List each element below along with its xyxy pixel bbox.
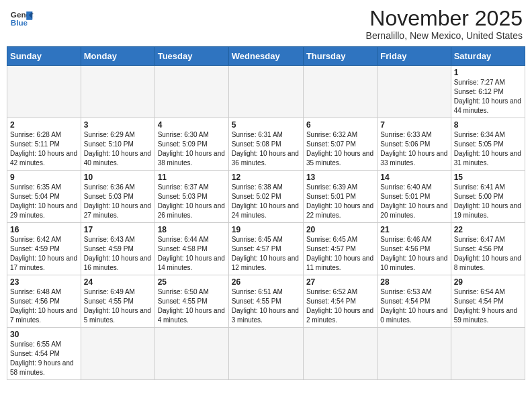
calendar-cell: 19Sunrise: 6:45 AM Sunset: 4:57 PM Dayli… xyxy=(228,223,303,275)
day-info: Sunrise: 6:44 AM Sunset: 4:58 PM Dayligh… xyxy=(158,235,226,273)
col-header-wednesday: Wednesday xyxy=(228,47,303,66)
calendar-week-1: 2Sunrise: 6:28 AM Sunset: 5:11 PM Daylig… xyxy=(7,118,525,171)
day-number: 17 xyxy=(84,225,152,234)
calendar-cell xyxy=(378,328,451,380)
day-info: Sunrise: 6:29 AM Sunset: 5:10 PM Dayligh… xyxy=(84,130,152,168)
logo-icon: General Blue xyxy=(9,7,34,31)
day-info: Sunrise: 7:27 AM Sunset: 6:12 PM Dayligh… xyxy=(454,78,522,116)
calendar-cell: 30Sunrise: 6:55 AM Sunset: 4:54 PM Dayli… xyxy=(7,328,81,380)
col-header-tuesday: Tuesday xyxy=(154,47,228,66)
day-info: Sunrise: 6:43 AM Sunset: 4:59 PM Dayligh… xyxy=(84,235,152,273)
calendar-cell: 15Sunrise: 6:41 AM Sunset: 5:00 PM Dayli… xyxy=(451,171,525,223)
calendar-header-row: SundayMondayTuesdayWednesdayThursdayFrid… xyxy=(7,47,525,66)
calendar-cell xyxy=(81,66,154,118)
day-number: 25 xyxy=(158,277,226,287)
day-number: 18 xyxy=(158,225,226,234)
day-number: 14 xyxy=(380,173,447,182)
calendar-cell: 17Sunrise: 6:43 AM Sunset: 4:59 PM Dayli… xyxy=(81,223,154,275)
calendar-cell: 28Sunrise: 6:53 AM Sunset: 4:54 PM Dayli… xyxy=(378,275,451,328)
calendar-cell: 27Sunrise: 6:52 AM Sunset: 4:54 PM Dayli… xyxy=(303,275,377,328)
day-info: Sunrise: 6:45 AM Sunset: 4:57 PM Dayligh… xyxy=(306,235,374,273)
day-number: 7 xyxy=(380,120,447,130)
calendar-cell xyxy=(228,328,303,380)
calendar-cell: 23Sunrise: 6:48 AM Sunset: 4:56 PM Dayli… xyxy=(7,275,81,328)
col-header-thursday: Thursday xyxy=(303,47,377,66)
calendar-cell xyxy=(154,328,228,380)
location: Bernalillo, New Mexico, United States xyxy=(366,30,523,41)
calendar-cell xyxy=(303,328,377,380)
day-number: 9 xyxy=(10,173,78,182)
title-area: November 2025 Bernalillo, New Mexico, Un… xyxy=(366,7,523,41)
day-number: 12 xyxy=(232,173,300,182)
logo: General Blue xyxy=(9,7,34,31)
calendar-cell xyxy=(154,66,228,118)
day-info: Sunrise: 6:40 AM Sunset: 5:01 PM Dayligh… xyxy=(380,183,447,220)
calendar-cell: 14Sunrise: 6:40 AM Sunset: 5:01 PM Dayli… xyxy=(378,171,451,223)
day-info: Sunrise: 6:46 AM Sunset: 4:56 PM Dayligh… xyxy=(380,235,447,273)
calendar-cell: 5Sunrise: 6:31 AM Sunset: 5:08 PM Daylig… xyxy=(228,118,303,171)
day-number: 26 xyxy=(232,277,300,287)
calendar-cell xyxy=(7,66,81,118)
day-info: Sunrise: 6:48 AM Sunset: 4:56 PM Dayligh… xyxy=(10,287,78,325)
calendar-cell: 2Sunrise: 6:28 AM Sunset: 5:11 PM Daylig… xyxy=(7,118,81,171)
calendar-cell: 6Sunrise: 6:32 AM Sunset: 5:07 PM Daylig… xyxy=(303,118,377,171)
calendar-cell: 10Sunrise: 6:36 AM Sunset: 5:03 PM Dayli… xyxy=(81,171,154,223)
day-number: 29 xyxy=(454,277,522,287)
day-number: 30 xyxy=(10,330,78,339)
day-info: Sunrise: 6:51 AM Sunset: 4:55 PM Dayligh… xyxy=(232,287,300,325)
day-number: 16 xyxy=(10,225,78,234)
day-info: Sunrise: 6:55 AM Sunset: 4:54 PM Dayligh… xyxy=(10,340,78,377)
day-number: 8 xyxy=(454,120,522,130)
day-number: 28 xyxy=(380,277,447,287)
day-number: 1 xyxy=(454,68,522,77)
svg-text:Blue: Blue xyxy=(11,18,28,27)
day-info: Sunrise: 6:42 AM Sunset: 4:59 PM Dayligh… xyxy=(10,235,78,273)
calendar-cell: 16Sunrise: 6:42 AM Sunset: 4:59 PM Dayli… xyxy=(7,223,81,275)
day-info: Sunrise: 6:53 AM Sunset: 4:54 PM Dayligh… xyxy=(380,287,447,325)
calendar-cell: 29Sunrise: 6:54 AM Sunset: 4:54 PM Dayli… xyxy=(451,275,525,328)
day-number: 4 xyxy=(158,120,226,130)
calendar-week-0: 1Sunrise: 7:27 AM Sunset: 6:12 PM Daylig… xyxy=(7,66,525,118)
day-number: 15 xyxy=(454,173,522,182)
calendar-cell xyxy=(228,66,303,118)
calendar-cell: 22Sunrise: 6:47 AM Sunset: 4:56 PM Dayli… xyxy=(451,223,525,275)
day-info: Sunrise: 6:35 AM Sunset: 5:04 PM Dayligh… xyxy=(10,183,78,220)
calendar-cell: 9Sunrise: 6:35 AM Sunset: 5:04 PM Daylig… xyxy=(7,171,81,223)
header: General Blue November 2025 Bernalillo, N… xyxy=(7,7,525,41)
calendar-cell: 8Sunrise: 6:34 AM Sunset: 5:05 PM Daylig… xyxy=(451,118,525,171)
day-info: Sunrise: 6:45 AM Sunset: 4:57 PM Dayligh… xyxy=(232,235,300,273)
day-info: Sunrise: 6:30 AM Sunset: 5:09 PM Dayligh… xyxy=(158,130,226,168)
day-info: Sunrise: 6:38 AM Sunset: 5:02 PM Dayligh… xyxy=(232,183,300,220)
day-info: Sunrise: 6:41 AM Sunset: 5:00 PM Dayligh… xyxy=(454,183,522,220)
calendar-cell: 21Sunrise: 6:46 AM Sunset: 4:56 PM Dayli… xyxy=(378,223,451,275)
col-header-sunday: Sunday xyxy=(7,47,81,66)
calendar-cell: 20Sunrise: 6:45 AM Sunset: 4:57 PM Dayli… xyxy=(303,223,377,275)
day-info: Sunrise: 6:52 AM Sunset: 4:54 PM Dayligh… xyxy=(306,287,374,325)
day-number: 27 xyxy=(306,277,374,287)
calendar-cell xyxy=(303,66,377,118)
month-title: November 2025 xyxy=(366,7,523,30)
day-number: 24 xyxy=(84,277,152,287)
calendar-cell: 13Sunrise: 6:39 AM Sunset: 5:01 PM Dayli… xyxy=(303,171,377,223)
calendar-cell xyxy=(378,66,451,118)
calendar-cell: 7Sunrise: 6:33 AM Sunset: 5:06 PM Daylig… xyxy=(378,118,451,171)
day-number: 10 xyxy=(84,173,152,182)
day-info: Sunrise: 6:54 AM Sunset: 4:54 PM Dayligh… xyxy=(454,287,522,325)
calendar-week-2: 9Sunrise: 6:35 AM Sunset: 5:04 PM Daylig… xyxy=(7,171,525,223)
day-info: Sunrise: 6:47 AM Sunset: 4:56 PM Dayligh… xyxy=(454,235,522,273)
calendar-cell: 1Sunrise: 7:27 AM Sunset: 6:12 PM Daylig… xyxy=(451,66,525,118)
calendar-cell: 11Sunrise: 6:37 AM Sunset: 5:03 PM Dayli… xyxy=(154,171,228,223)
calendar-cell xyxy=(81,328,154,380)
day-number: 2 xyxy=(10,120,78,130)
day-info: Sunrise: 6:28 AM Sunset: 5:11 PM Dayligh… xyxy=(10,130,78,168)
col-header-friday: Friday xyxy=(378,47,451,66)
calendar-week-3: 16Sunrise: 6:42 AM Sunset: 4:59 PM Dayli… xyxy=(7,223,525,275)
calendar-cell: 25Sunrise: 6:50 AM Sunset: 4:55 PM Dayli… xyxy=(154,275,228,328)
calendar-cell: 4Sunrise: 6:30 AM Sunset: 5:09 PM Daylig… xyxy=(154,118,228,171)
calendar-cell: 12Sunrise: 6:38 AM Sunset: 5:02 PM Dayli… xyxy=(228,171,303,223)
day-number: 11 xyxy=(158,173,226,182)
col-header-monday: Monday xyxy=(81,47,154,66)
day-info: Sunrise: 6:34 AM Sunset: 5:05 PM Dayligh… xyxy=(454,130,522,168)
day-info: Sunrise: 6:32 AM Sunset: 5:07 PM Dayligh… xyxy=(306,130,374,168)
calendar-cell: 24Sunrise: 6:49 AM Sunset: 4:55 PM Dayli… xyxy=(81,275,154,328)
